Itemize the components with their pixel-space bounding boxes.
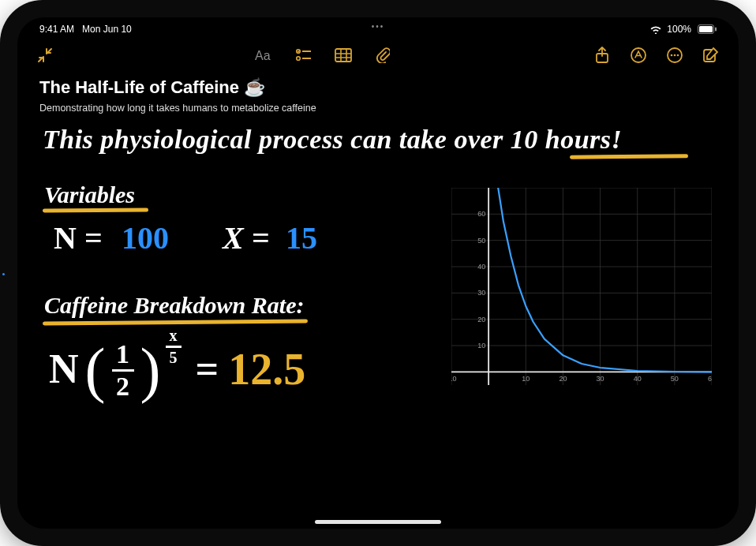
toolbar: Aa <box>17 39 739 71</box>
hw-var-n-label: N = <box>54 219 103 256</box>
svg-text:30: 30 <box>597 375 604 383</box>
paren-close: ) <box>140 346 161 395</box>
svg-text:20: 20 <box>559 375 567 383</box>
status-time: 9:41 AM <box>39 24 74 35</box>
svg-text:10: 10 <box>477 342 485 350</box>
table-icon[interactable] <box>333 45 354 65</box>
svg-text:60: 60 <box>477 210 485 218</box>
status-date: Mon Jun 10 <box>82 24 132 35</box>
svg-text:10: 10 <box>522 375 530 383</box>
compose-icon[interactable] <box>701 45 721 65</box>
formula-result: 12.5 <box>228 344 305 395</box>
hw-main-sentence: This physiological process can take over… <box>43 125 622 155</box>
svg-text:50: 50 <box>671 375 679 383</box>
ipad-frame: 9:41 AM Mon Jun 10 ••• 100% <box>0 0 756 546</box>
coffee-emoji-icon: ☕️ <box>244 77 265 98</box>
note-body[interactable]: The Half-Life of Caffeine ☕️ Demonstrati… <box>39 77 717 514</box>
note-title: The Half-Life of Caffeine ☕️ <box>39 77 717 98</box>
formula-equals: = <box>196 346 219 392</box>
svg-text:Aa: Aa <box>255 49 271 62</box>
side-indicator <box>2 273 5 275</box>
hw-section-variables: Variables <box>44 181 135 208</box>
svg-text:40: 40 <box>477 263 485 271</box>
svg-text:-10: -10 <box>451 375 457 383</box>
svg-rect-1 <box>699 26 713 32</box>
hw-main-b: 10 hours! <box>511 125 623 154</box>
fraction-top: 1 <box>116 341 129 368</box>
svg-text:60: 60 <box>708 375 712 383</box>
svg-point-16 <box>671 54 673 57</box>
formula-exponent: x 5 <box>166 327 182 367</box>
hw-var-x-value: 15 <box>286 219 317 256</box>
screen: 9:41 AM Mon Jun 10 ••• 100% <box>17 17 739 529</box>
highlight-underline-rate <box>43 320 308 326</box>
markup-icon[interactable] <box>628 45 649 65</box>
svg-rect-8 <box>335 49 351 62</box>
note-subtitle: Demonstrating how long it takes humans t… <box>39 103 717 114</box>
status-bar: 9:41 AM Mon Jun 10 ••• 100% <box>17 17 739 38</box>
svg-text:40: 40 <box>634 375 642 383</box>
more-icon[interactable] <box>664 45 685 65</box>
handwriting-canvas[interactable]: This physiological process can take over… <box>39 120 717 516</box>
svg-point-18 <box>677 54 679 57</box>
exp-bot: 5 <box>170 349 178 367</box>
hw-formula: N ( 1 2 ) x 5 = 12.5 <box>49 339 305 398</box>
svg-point-17 <box>674 54 676 57</box>
collapse-icon[interactable] <box>35 45 55 65</box>
exp-top: x <box>170 327 178 345</box>
hw-var-x-label: X = <box>223 219 269 256</box>
checklist-icon[interactable] <box>294 45 314 65</box>
decay-chart: -10102030405060102030405060 <box>451 188 712 385</box>
highlight-underline-10hours <box>570 154 688 159</box>
hw-main-a: This physiological process can take over <box>43 125 511 154</box>
exp-bar <box>166 346 182 348</box>
text-format-icon[interactable]: Aa <box>254 45 275 65</box>
paren-open: ( <box>85 346 106 395</box>
svg-text:20: 20 <box>477 316 485 323</box>
share-icon[interactable] <box>592 45 612 65</box>
highlight-underline-variables <box>43 208 148 212</box>
svg-text:30: 30 <box>477 289 485 297</box>
hw-section-rate: Caffeine Breakdown Rate: <box>44 292 304 319</box>
home-indicator[interactable] <box>315 520 441 524</box>
svg-text:50: 50 <box>477 237 485 245</box>
battery-percent: 100% <box>667 24 691 35</box>
attachment-icon[interactable] <box>372 45 393 65</box>
hw-var-n-value: 100 <box>122 219 169 256</box>
formula-fraction: 1 2 <box>112 341 134 400</box>
wifi-icon <box>649 24 662 34</box>
fraction-bot: 2 <box>116 373 129 400</box>
svg-point-6 <box>297 57 301 61</box>
svg-rect-2 <box>715 28 717 32</box>
battery-icon <box>696 24 717 34</box>
multitask-dots-icon[interactable]: ••• <box>372 22 385 31</box>
formula-N: N <box>49 346 79 392</box>
note-title-text: The Half-Life of Caffeine <box>39 77 239 98</box>
